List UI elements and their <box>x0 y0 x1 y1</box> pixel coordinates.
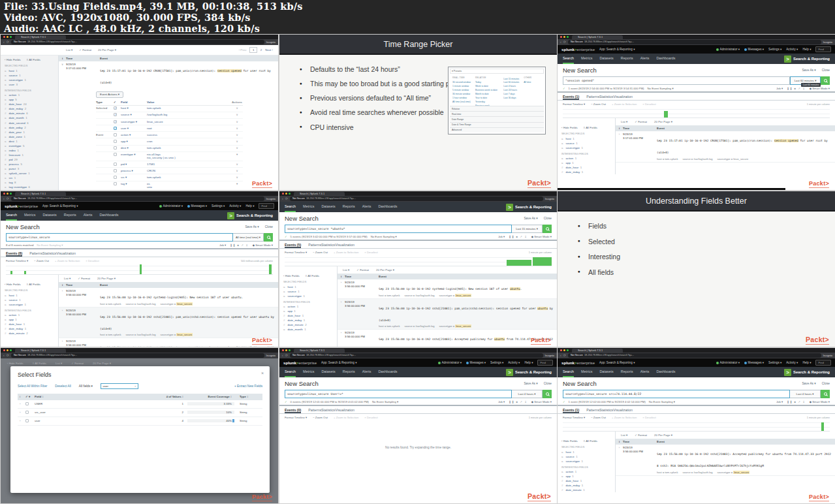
field-checkbox[interactable] <box>114 153 121 157</box>
activity-menu[interactable]: Activity ▾ <box>786 361 798 364</box>
format-dropdown[interactable]: ✓ Format <box>79 48 91 52</box>
result-tab[interactable]: Statistics <box>321 408 335 412</box>
field-actions-dropdown[interactable]: ∨ <box>231 140 243 143</box>
search-mode-dropdown[interactable]: ◆ Smart Mode ▾ <box>531 400 552 403</box>
field-name-link[interactable]: eventtype ▾ <box>121 153 147 156</box>
result-tab[interactable]: Statistics <box>599 408 613 412</box>
nav-item[interactable]: Dashboards <box>656 367 675 377</box>
event-row[interactable]: › 9/23/193:56:00.000 PM Sep 23 15:56:00 … <box>616 445 835 476</box>
event-timeline[interactable] <box>563 420 830 432</box>
nav-item[interactable]: Alerts <box>640 367 650 377</box>
field-value-link[interactable]: /var/log/auth.log <box>147 113 231 116</box>
search-button[interactable] <box>543 390 552 398</box>
field-row[interactable]: › src_user 2 10% String <box>18 409 262 417</box>
field-row[interactable]: ✓ sourcetype ▾ linux_secure ∨ <box>96 119 243 125</box>
expanded-event-row[interactable]: ∨ 9/23/193:17:01.000 PM Sep 23 15:17:01 … <box>59 61 278 86</box>
sidebar-field-item[interactable]: aprocess5 <box>5 162 58 166</box>
per-page-dropdown[interactable]: 20 Per Page ▾ <box>97 277 116 280</box>
sidebar-field-item[interactable]: asourcetype1 <box>561 146 615 150</box>
field-row[interactable]: dest ▾ tom-splunk ∨ <box>96 146 243 152</box>
nav-item[interactable]: Alerts <box>640 54 650 64</box>
search-mode-dropdown[interactable]: ◆ Smart Mode ▾ <box>810 400 830 403</box>
time-column-header[interactable]: Time <box>66 57 100 60</box>
reload-icon[interactable]: ⟳ <box>7 353 9 358</box>
sidebar-field-item[interactable]: #pid29 <box>5 157 58 162</box>
format-dropdown[interactable]: ✓ Format <box>635 120 647 123</box>
preset-option[interactable]: All time <box>524 81 531 85</box>
format-timeline-dropdown[interactable]: Format Timeline ▾ <box>563 416 585 419</box>
back-icon[interactable]: ‹ <box>3 196 5 202</box>
zoom-out-button[interactable]: − Zoom Out <box>591 416 606 419</box>
list-dropdown[interactable]: List ▾ <box>343 268 349 272</box>
nav-item[interactable]: Alerts <box>84 210 93 221</box>
sidebar-field-item[interactable]: #linecount1 <box>5 153 58 157</box>
sidebar-field-item[interactable]: #date_hour1 <box>283 313 337 318</box>
sidebar-field-item[interactable]: asourcetype1 <box>5 78 58 82</box>
help-menu[interactable]: Help ▾ <box>524 361 533 364</box>
search-button[interactable] <box>821 76 830 85</box>
sidebar-field-item[interactable]: #date_year1 <box>5 130 58 134</box>
result-tab[interactable]: Patterns <box>29 251 42 255</box>
event-timeline[interactable] <box>285 255 552 266</box>
app-menu[interactable]: App: Search & Reporting ▾ <box>599 48 635 51</box>
nav-item[interactable]: Datasets <box>599 367 613 377</box>
list-dropdown[interactable]: List ▾ <box>621 433 627 437</box>
filter-input[interactable]: user× <box>101 383 138 389</box>
field-actions-dropdown[interactable]: ∨ <box>231 113 243 116</box>
field-name-link[interactable]: app ▾ <box>121 140 147 143</box>
save-as-menu[interactable]: Save As ▾ <box>245 225 259 228</box>
sidebar-field-item[interactable]: asource1 <box>561 454 615 459</box>
event-row[interactable]: › 9/23/193:56:00.000 PM Sep 23 15:56:00 … <box>338 299 557 330</box>
result-tab[interactable]: Visualization <box>613 95 633 99</box>
job-action-icons[interactable]: ❚❚ ■ ↗ ↧ <box>787 87 806 90</box>
reload-icon[interactable]: ⟳ <box>563 353 566 358</box>
sidebar-field-item[interactable]: #date_minute6 <box>5 111 58 116</box>
sidebar-field-item[interactable]: ahost1 <box>5 293 58 298</box>
field-checkbox[interactable] <box>114 182 121 186</box>
activity-menu[interactable]: Activity ▾ <box>508 361 520 364</box>
field-value-link[interactable]: tom-splunk <box>147 176 231 179</box>
field-checkbox[interactable] <box>114 163 121 166</box>
nav-item[interactable]: Search <box>285 367 296 377</box>
field-value-link[interactable]: osunix <box>147 182 231 189</box>
sidebar-field-item[interactable]: adest1 <box>5 139 58 144</box>
search-button[interactable] <box>821 390 830 398</box>
deselect-button[interactable]: × Deselect <box>364 251 377 254</box>
result-tab[interactable]: Patterns <box>586 95 599 99</box>
sidebar-field-item[interactable]: aaction1 <box>283 304 337 309</box>
messages-menu[interactable]: Messages ▾ <box>466 361 486 364</box>
preset-option[interactable]: All time (real-time) <box>452 101 471 104</box>
sidebar-field-item[interactable]: aapp1 <box>561 161 615 165</box>
time-range-picker-button[interactable]: All time (real time) ▾ <box>233 233 264 242</box>
event-row[interactable]: › 9/23/193:56:00.000 PM Sep 23 15:56:00 … <box>59 307 278 339</box>
expand-icon[interactable]: › <box>20 402 25 405</box>
address-bar[interactable]: Not Secure18.234.78.88/en-US/app/search/… <box>11 353 264 357</box>
search-mode-dropdown[interactable]: ◆ Smart Mode ▾ <box>253 244 273 247</box>
nav-item[interactable]: Dashboards <box>99 210 118 221</box>
zoom-out-button[interactable]: − Zoom Out <box>591 102 606 106</box>
nav-item[interactable]: Search <box>6 210 17 221</box>
tab-events[interactable]: Events (1) <box>563 408 579 413</box>
sidebar-field-item[interactable]: aaction1 <box>561 469 615 474</box>
expand-icon[interactable]: › <box>20 411 25 414</box>
sidebar-field-item[interactable]: aindex1 <box>5 148 58 153</box>
nav-item[interactable]: Dashboards <box>378 202 397 212</box>
field-checkbox[interactable]: ✓ <box>114 120 121 124</box>
all-fields-link[interactable]: ≡ All Fields <box>27 58 40 61</box>
field-row[interactable]: src ▾ tom-splunk ∨ <box>96 174 243 181</box>
expand-icon[interactable]: › <box>59 309 66 337</box>
field-row[interactable]: › user 4 40% String <box>18 417 262 426</box>
nav-item[interactable]: Search <box>563 367 574 377</box>
nav-item[interactable]: Alerts <box>362 367 371 377</box>
account-menu[interactable]: Administrator ▾ <box>438 361 462 364</box>
field-name-link[interactable]: source ▾ <box>121 113 147 116</box>
page-2-link[interactable]: 2 <box>260 48 262 52</box>
sidebar-field-item[interactable]: #date_mday1 <box>283 318 337 323</box>
window-controls[interactable] <box>3 349 12 351</box>
expand-icon[interactable]: › <box>59 339 66 347</box>
hide-fields-link[interactable]: ‹ Hide Fields <box>5 283 21 286</box>
field-value-link[interactable]: root <box>147 127 231 130</box>
format-dropdown[interactable]: ✓ Format <box>356 268 369 272</box>
row-checkbox[interactable] <box>25 411 35 415</box>
sidebar-field-item[interactable]: aeventtype5 <box>5 144 58 148</box>
